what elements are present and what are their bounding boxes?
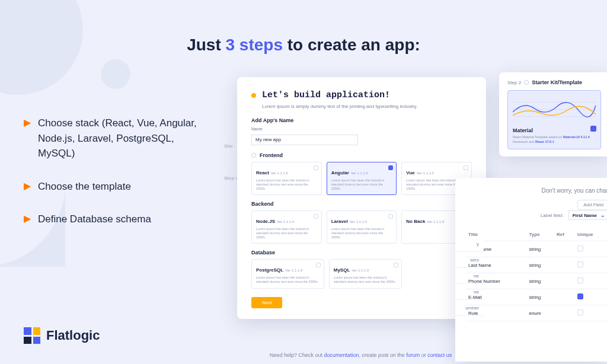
wizard-side-label[interactable]: Site (224, 143, 233, 149)
table-row[interactable]: Last Namestring (466, 257, 607, 273)
title-dot-icon (251, 93, 256, 98)
checkbox-icon[interactable] (577, 309, 583, 315)
wizard-title: Let's build application! (262, 90, 390, 100)
db-card-postgres[interactable]: PostgreSQLVer 1.1.1.0 Lorem ipsum has be… (251, 259, 324, 288)
feature-bullet-list: ▶ Choose stack (React, Vue, Angular, Nod… (24, 116, 202, 245)
wizard-card: Let's build application! Lorem Ipsum is … (237, 77, 486, 319)
next-button[interactable]: Next (251, 297, 282, 308)
step-frontend-header: Frontend (251, 152, 472, 158)
bullet-schema: ▶ Define Database schema (24, 212, 202, 227)
template-desc: React Material Template based on Materia… (513, 135, 596, 144)
checkbox-icon (314, 165, 318, 170)
bullet-text: Choose the template (38, 179, 131, 194)
checkbox-icon[interactable] (577, 245, 583, 251)
label-field-select[interactable]: First Name ⌄ (568, 210, 607, 220)
name-section-label: Add App's Name (251, 117, 472, 123)
checkbox-icon (590, 126, 596, 132)
bullet-stack: ▶ Choose stack (React, Vue, Angular, Nod… (24, 116, 202, 161)
checkbox-icon[interactable] (577, 293, 583, 299)
arrow-icon: ▶ (24, 180, 31, 191)
frontend-options: ReactVer 1.1.1.0 Lorem ipsum has been th… (251, 162, 472, 195)
chevron-down-icon: ⌄ (600, 212, 605, 218)
schema-entity[interactable]: y (455, 236, 484, 252)
arrow-icon: ▶ (24, 117, 31, 128)
database-section-label: Database (251, 250, 472, 256)
bg-dot (101, 59, 130, 89)
app-name-input[interactable] (251, 135, 358, 145)
forum-link[interactable]: forum (406, 352, 420, 358)
step-icon (524, 80, 529, 85)
col-ref: Ref (554, 228, 575, 241)
bullet-text: Choose stack (React, Vue, Angular, Node.… (38, 116, 202, 161)
schema-card: Don't worry, you can chan Add Field Labe… (455, 178, 607, 362)
schema-entities-column: y sers ne ne umber (455, 236, 484, 316)
logo: Flatlogic (24, 327, 100, 344)
step-title: Frontend (260, 152, 283, 158)
schema-fields-table: Title Type Ref Unique First Namestring L… (466, 228, 607, 321)
bullet-template: ▶ Choose the template (24, 179, 202, 194)
schema-entity[interactable]: umber (455, 300, 484, 316)
schema-entity[interactable]: ne (455, 284, 484, 300)
checkbox-icon (388, 214, 393, 219)
backend-card-laravel[interactable]: LaravelVer 1.1.1.0 Lorem ipsum has been … (327, 210, 397, 244)
backend-section-label: Backend (251, 201, 472, 207)
backend-options: Node.JSVer 1.1.1.0 Lorem ipsum has been … (251, 210, 472, 244)
template-option-material[interactable]: Material React Material Template based o… (507, 90, 601, 149)
docs-link[interactable]: documentation (324, 352, 359, 358)
contact-link[interactable]: contact us (427, 352, 452, 358)
checkbox-icon (464, 165, 468, 170)
template-step-num: Step 2 (507, 80, 521, 85)
schema-entity[interactable]: sers (455, 252, 484, 268)
table-row[interactable]: E-Mailstring (466, 289, 607, 305)
schema-hint: Don't worry, you can chan (466, 187, 607, 194)
help-line: Need help? Check out documentation, crea… (270, 352, 452, 358)
step-icon (251, 153, 256, 158)
wizard-subtitle: Lorem Ipsum is simply dummy text of the … (262, 104, 472, 109)
framework-card-react[interactable]: ReactVer 1.1.1.0 Lorem ipsum has been th… (251, 162, 322, 195)
backend-card-node[interactable]: Node.JSVer 1.1.1.0 Lorem ipsum has been … (251, 210, 322, 244)
col-unique: Unique (575, 228, 607, 241)
table-row[interactable]: First Namestring (466, 241, 607, 257)
checkbox-icon[interactable] (577, 277, 583, 283)
table-row[interactable]: Roleenum (466, 305, 607, 321)
headline: Just 3 steps to create an app: (0, 36, 607, 55)
wizard-side-step[interactable]: Step 2 (224, 175, 238, 181)
label-field-row: Label field: First Name ⌄ (466, 210, 607, 220)
bullet-text: Define Database schema (38, 212, 151, 227)
schema-entity[interactable]: ne (455, 268, 484, 284)
checkbox-icon (316, 263, 321, 267)
arrow-icon: ▶ (24, 213, 31, 224)
add-field-button[interactable]: Add Field (577, 200, 607, 210)
checkbox-icon (314, 214, 318, 219)
db-card-mysql[interactable]: MySQLVer 1.1.1.0 Lorem ipsum has been th… (329, 259, 402, 288)
checkbox-icon (388, 165, 393, 170)
framework-card-angular[interactable]: AngularVer 1.1.1.0 Lorem ipsum has been … (327, 162, 397, 195)
template-name: Material (513, 127, 596, 133)
table-row[interactable]: Phone Numberstring (466, 273, 607, 289)
logo-text: Flatlogic (46, 328, 100, 343)
logo-icon (24, 327, 40, 344)
template-card: Step 2 Starter Kit/Template Material Rea… (499, 72, 607, 157)
template-step-title: Starter Kit/Template (532, 79, 582, 85)
checkbox-icon[interactable] (577, 261, 583, 267)
database-options: PostgreSQLVer 1.1.1.0 Lorem ipsum has be… (251, 259, 472, 288)
col-type: Type (527, 228, 554, 241)
checkbox-icon (394, 263, 398, 267)
label-field-label: Label field: (541, 213, 564, 218)
name-field-label: Name (251, 127, 472, 131)
chart-preview-icon (513, 95, 596, 123)
